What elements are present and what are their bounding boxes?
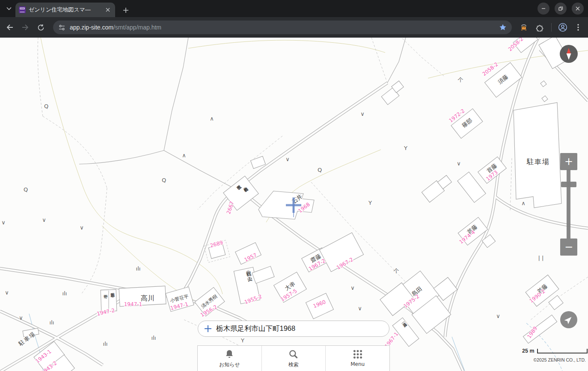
map-label-sym: ∨ (19, 315, 23, 321)
menu-button[interactable]: Menu (325, 346, 389, 371)
minimize-button[interactable] (538, 3, 549, 15)
map-label-sym: ∨ (5, 289, 9, 296)
omnibox[interactable]: app.zip-site.com/smt/app/map.htm (53, 21, 512, 34)
map-label-sym: Q (162, 177, 166, 183)
map-label-sym: ılı (151, 335, 156, 341)
url-text: app.zip-site.com/smt/app/map.htm (70, 24, 161, 31)
map-label-sym: Y (368, 200, 372, 206)
zoom-in-button[interactable]: + (560, 153, 577, 170)
map-copyright: ©2025 ZENRIN CO., LTD. (534, 357, 586, 362)
map-label-sym: 个 (458, 77, 463, 83)
navigation-arrow-icon (564, 315, 573, 324)
search-address-text: 栃木県足利市山下町1968 (216, 324, 295, 333)
toolbar-divider (551, 23, 552, 32)
map-label-sym: ∨ (496, 313, 500, 319)
building-outline (514, 103, 561, 208)
back-button[interactable] (4, 22, 15, 33)
map-label-sym: ılı (50, 319, 54, 326)
map-label-sym: ∨ (80, 224, 84, 231)
map-label-sym: ∧ (182, 152, 186, 159)
compass-button[interactable] (559, 44, 578, 63)
scale-bracket (537, 348, 588, 354)
map-scale: 25 m (522, 348, 588, 354)
address-search-bar[interactable]: 栃木県足利市山下町1968 (198, 321, 389, 337)
map-label-sym: | | (538, 255, 544, 261)
map-label-num: 1947-1 (124, 301, 143, 307)
map-label-sym: Y (241, 337, 244, 344)
map-label-sym: ∨ (358, 305, 362, 312)
map-label-sym: ∨ (350, 285, 355, 291)
notices-button[interactable]: お知らせ (198, 346, 261, 371)
scale-label: 25 m (522, 348, 535, 354)
search-label: 検索 (288, 361, 299, 368)
map-label-sym: Q (318, 167, 322, 173)
map-label-sym: ∨ (42, 217, 46, 223)
map-label-sym: Y (404, 145, 407, 151)
restore-button[interactable] (555, 3, 567, 15)
map-label-sym: ∨ (457, 160, 461, 167)
map-viewport: 石井須藤篠部首藤首藤首藤齋藤大串高川小菅荘平清水秀樹島田斉藤一三中野小菅三郎銘石… (0, 38, 588, 371)
close-window-button[interactable] (572, 3, 584, 15)
bell-icon (224, 349, 235, 360)
search-button[interactable]: 検索 (261, 346, 326, 371)
profile-avatar-icon[interactable] (557, 22, 568, 33)
bottom-toolbar: お知らせ 検索 Menu (197, 345, 390, 371)
zoom-slider-handle[interactable] (561, 182, 576, 187)
map-label-sym: ∧ (521, 200, 526, 206)
map-label-sym: ılı (62, 290, 67, 297)
tab-close-icon[interactable] (104, 6, 112, 14)
crosshair-plus-icon (204, 325, 212, 333)
menu-label: Menu (350, 361, 365, 367)
extensions-puzzle-icon[interactable] (534, 22, 545, 33)
reload-button[interactable] (35, 22, 46, 33)
tab-title: ゼンリン住宅地図スマ— (29, 6, 101, 14)
map-label-sym: ılı (136, 265, 141, 272)
map-label-sym: ılı (103, 341, 108, 347)
map-label-sym: ∧ (210, 115, 214, 122)
bookmark-star-icon[interactable] (499, 24, 507, 31)
map-label-area: 駐車場 (526, 158, 550, 166)
zoom-out-button[interactable]: − (560, 238, 577, 256)
grid-menu-icon (352, 349, 363, 360)
zoom-slider-track[interactable] (567, 169, 570, 238)
map-label-sym: Q (44, 103, 48, 109)
new-tab-button[interactable] (121, 5, 131, 15)
forward-button[interactable] (20, 22, 31, 33)
map-label-name: 高川 (141, 294, 154, 302)
extension-avatar-icon[interactable] (518, 22, 529, 33)
site-info-icon[interactable] (58, 24, 65, 31)
map-label-sym: Q (24, 186, 28, 193)
browser-menu-kebab-icon[interactable] (573, 22, 584, 33)
notices-label: お知らせ (219, 361, 240, 368)
my-location-button[interactable] (560, 311, 577, 328)
map-label-sym: ∨ (360, 111, 365, 117)
tab-search-chevron-icon[interactable] (4, 4, 14, 13)
map-label-sym: ∨ (1, 219, 6, 226)
browser-navbar: app.zip-site.com/smt/app/map.htm (0, 17, 588, 38)
browser-chrome: ゼンリン住宅地図スマ— (0, 0, 588, 38)
browser-titlebar: ゼンリン住宅地図スマ— (0, 0, 588, 17)
search-icon (288, 349, 299, 360)
map-label-sym: 个 (394, 268, 399, 274)
window-controls (538, 3, 584, 15)
map-label-sym: ∨ (285, 156, 290, 162)
zenrin-favicon-icon (19, 6, 26, 13)
browser-tab[interactable]: ゼンリン住宅地図スマ— (15, 3, 115, 17)
